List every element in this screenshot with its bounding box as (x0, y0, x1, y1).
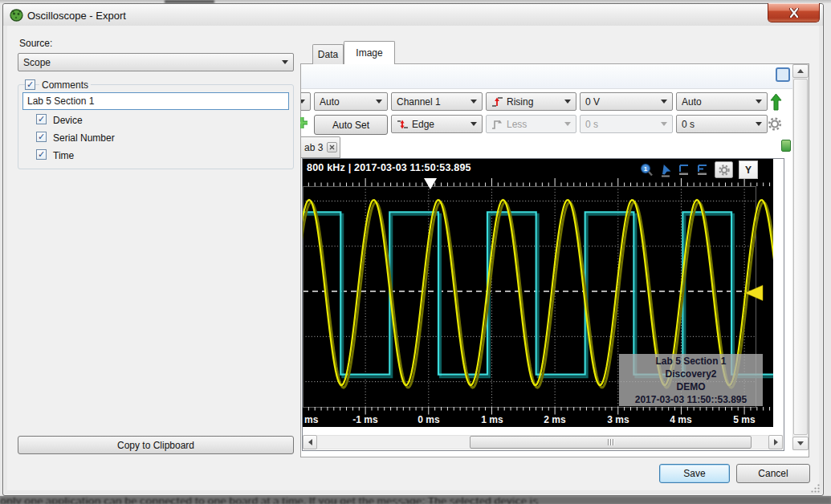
x-axis-tick-label: 5 ms (733, 414, 755, 425)
arrow-up-icon (797, 69, 804, 73)
gear-icon (718, 164, 731, 177)
x-axis-tick-label: ms (304, 414, 318, 425)
pointer-icon[interactable] (659, 163, 672, 177)
copy-image-icon[interactable] (776, 67, 790, 82)
copy-to-clipboard-button[interactable]: Copy to Clipboard (18, 436, 294, 454)
source-select[interactable]: Scope (18, 53, 294, 71)
arrow-right-icon (774, 439, 778, 445)
annotation-line: DEMO (619, 380, 763, 393)
x-axis-tick-label: 3 ms (607, 414, 629, 425)
trigger-condition-select[interactable]: Rising (486, 92, 576, 111)
comment-text-input[interactable]: Lab 5 Section 1 (22, 92, 289, 110)
length-condition-select: Less (486, 115, 576, 133)
gear-icon[interactable] (768, 116, 782, 132)
trigger-type-select[interactable]: Edge (391, 115, 483, 133)
chevron-down-icon (376, 100, 382, 104)
comments-checkbox[interactable]: ✓ (25, 79, 35, 90)
scroll-up-button[interactable] (792, 64, 809, 78)
horizontal-scrollbar-thumb[interactable] (470, 436, 752, 449)
dialog-title: Oscilloscope - Export (27, 10, 126, 22)
trigger-source-select[interactable]: Channel 1 (391, 92, 483, 111)
svg-text:1: 1 (644, 165, 648, 173)
document-tab-label: ab 3 (304, 142, 323, 153)
scope-header-icons: 1 Y (640, 161, 758, 179)
trigger-level-select[interactable]: 0 V (580, 92, 673, 111)
green-up-arrow-icon[interactable] (770, 93, 782, 111)
comment-text-value: Lab 5 Section 1 (27, 96, 94, 107)
clipped-add-icon[interactable] (300, 116, 310, 132)
chevron-down-icon (756, 122, 762, 126)
chevron-down-icon (564, 100, 571, 104)
x-axis-tick-label: 2 ms (544, 414, 565, 425)
device-checkbox-label: Device (53, 115, 83, 126)
chevron-down-icon (470, 100, 477, 104)
scroll-down-button[interactable] (792, 437, 809, 450)
x-axis-tick-label: 4 ms (670, 414, 691, 425)
resize-grip[interactable] (811, 483, 821, 493)
background-window-text: only one application can be connected to… (0, 497, 831, 504)
chevron-down-icon (564, 122, 571, 126)
chevron-down-icon (470, 122, 477, 126)
cursor-xy-icon[interactable] (696, 163, 709, 177)
scope-annotation: Lab 5 Section 1 Discovery2 DEMO 2017-03-… (619, 354, 763, 406)
vertical-scrollbar-thumb[interactable] (793, 79, 808, 435)
serial-number-checkbox-label: Serial Number (53, 132, 115, 144)
rising-edge-icon (491, 96, 503, 108)
hysteresis-select[interactable]: 0 s (676, 115, 768, 133)
desktop: only one application can be connected to… (0, 0, 831, 504)
waveforms-app-icon (10, 8, 23, 22)
cancel-button[interactable]: Cancel (736, 464, 810, 483)
close-button[interactable] (768, 3, 820, 22)
oscilloscope-image[interactable]: 800 kHz | 2017-03-03 11:50:53.895 1 (303, 159, 773, 427)
device-checkbox[interactable]: ✓ (36, 114, 47, 124)
tab-data[interactable]: Data (312, 44, 344, 64)
scroll-right-button[interactable] (768, 435, 783, 449)
y-axis-button[interactable]: Y (739, 161, 758, 179)
serial-number-checkbox[interactable]: ✓ (36, 132, 47, 142)
auto-set-button[interactable]: Auto Set (314, 115, 388, 135)
length-value-select: 0 s (580, 115, 673, 133)
x-axis-tick-label: -1 ms (352, 414, 377, 425)
image-toolbar-strip (301, 64, 809, 89)
time-checkbox-label: Time (53, 150, 74, 161)
arrow-down-icon (797, 441, 804, 445)
scroll-left-button[interactable] (303, 435, 317, 449)
document-tab-lab3[interactable]: ab 3 (301, 136, 340, 158)
cursor-x-icon[interactable] (678, 163, 690, 177)
scope-settings-button[interactable] (715, 161, 733, 178)
scope-status-text: 800 kHz | 2017-03-03 11:50:53.895 (307, 162, 471, 173)
arrow-left-icon (308, 439, 312, 445)
chevron-down-icon (756, 100, 762, 104)
tab-image[interactable]: Image (344, 41, 395, 64)
annotation-line: Discovery2 (619, 368, 763, 380)
export-arrow-icon[interactable] (781, 140, 791, 152)
source-select-value: Scope (23, 57, 279, 68)
trigger-mode-select[interactable]: Auto (314, 92, 388, 111)
x-axis-tick-label: 0 ms (418, 414, 439, 425)
clipped-select[interactable] (301, 91, 312, 112)
titlebar[interactable] (3, 4, 823, 26)
time-checkbox[interactable]: ✓ (36, 149, 47, 160)
chevron-down-icon (282, 60, 288, 64)
edge-icon (397, 119, 409, 130)
pulse-icon (491, 119, 503, 130)
comments-checkbox-label: Comments (39, 79, 91, 91)
chevron-down-icon (301, 100, 305, 104)
annotation-line: 2017-03-03 11:50::53.895 (619, 393, 763, 406)
trigger-holdoff-select[interactable]: Auto (676, 92, 768, 111)
annotation-line: Lab 5 Section 1 (619, 355, 763, 368)
save-button[interactable]: Save (659, 464, 730, 483)
chevron-down-icon (661, 122, 667, 126)
source-label: Source: (19, 38, 52, 49)
zoom-icon[interactable]: 1 (640, 163, 654, 177)
chevron-down-icon (661, 100, 667, 104)
close-icon (788, 8, 800, 18)
document-tab-close-icon[interactable] (327, 142, 337, 152)
x-axis-tick-label: 1 ms (481, 414, 503, 425)
